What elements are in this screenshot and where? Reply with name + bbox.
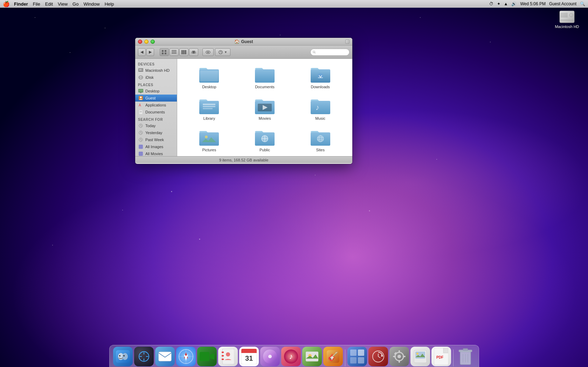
dock-finder[interactable] xyxy=(113,347,133,366)
dock-spaces[interactable] xyxy=(347,347,367,366)
sidebar-today[interactable]: Today xyxy=(135,122,177,129)
dock-garageband[interactable]: 🎸 xyxy=(323,347,343,366)
file-desktop[interactable]: Desktop xyxy=(183,64,236,90)
desktop-folder-icon xyxy=(199,66,219,83)
dock-addressbook-icon xyxy=(218,347,238,366)
dock-itunes[interactable]: ♪ xyxy=(281,347,301,366)
svg-rect-26 xyxy=(139,69,141,71)
dock-timemachine[interactable] xyxy=(368,347,388,366)
music-label: Music xyxy=(315,116,325,120)
sidebar-documents[interactable]: Documents xyxy=(135,109,177,116)
svg-text:A: A xyxy=(139,103,141,107)
macintosh-hd-icon xyxy=(559,11,575,23)
menu-go[interactable]: Go xyxy=(72,1,78,7)
dock-dvd[interactable] xyxy=(260,347,280,366)
sidebar-allmovies[interactable]: All Movies xyxy=(135,150,177,156)
dock-safari[interactable] xyxy=(176,347,196,366)
file-public[interactable]: Public xyxy=(238,127,291,153)
dock-trash[interactable] xyxy=(456,347,475,366)
file-documents[interactable]: Documents xyxy=(238,64,291,90)
volume-icon[interactable]: 🔊 xyxy=(511,1,517,6)
svg-rect-116 xyxy=(358,357,364,363)
dock-addressbook[interactable] xyxy=(218,347,238,366)
menu-help[interactable]: Help xyxy=(105,1,114,7)
sidebar-guest[interactable]: Guest xyxy=(135,95,177,102)
dock-dashboard[interactable] xyxy=(134,347,154,366)
sidebar-yesterday[interactable]: Yesterday xyxy=(135,129,177,136)
wifi-icon[interactable]: ▲ xyxy=(504,1,508,6)
menu-view[interactable]: View xyxy=(58,1,68,7)
dock-separator-2 xyxy=(453,349,454,366)
action-button[interactable]: ▼ xyxy=(215,48,230,56)
search-box[interactable] xyxy=(310,49,350,56)
desktop-macintosh-hd[interactable]: Macintosh HD xyxy=(553,11,581,29)
menu-edit[interactable]: Edit xyxy=(45,1,53,7)
bluetooth-icon[interactable]: ✦ xyxy=(497,1,500,6)
resize-button[interactable] xyxy=(345,40,350,44)
sidebar-macintosh-hd-label: Macintosh HD xyxy=(145,68,170,72)
forward-button[interactable]: ▶ xyxy=(146,48,154,56)
sidebar-applications-label: Applications xyxy=(145,103,166,107)
column-view-button[interactable] xyxy=(179,48,188,56)
minimize-button[interactable] xyxy=(144,40,148,44)
sidebar-idisk-label: iDisk xyxy=(145,75,154,79)
file-sites[interactable]: Sites xyxy=(294,127,347,153)
svg-rect-53 xyxy=(200,71,218,81)
back-button[interactable]: ◀ xyxy=(138,48,146,56)
svg-rect-103 xyxy=(241,351,257,353)
dock-safari-icon xyxy=(176,347,196,366)
dock-mail[interactable] xyxy=(155,347,175,366)
dock-ical[interactable]: 31 xyxy=(239,347,259,366)
dock-facetime[interactable] xyxy=(197,347,217,366)
action-buttons: ▼ xyxy=(202,48,230,56)
file-music[interactable]: ♪ Music xyxy=(294,96,347,122)
menu-finder[interactable]: Finder xyxy=(14,1,28,7)
sites-folder-icon xyxy=(311,129,330,146)
sidebar-desktop[interactable]: Desktop xyxy=(135,88,177,95)
svg-rect-67 xyxy=(199,132,219,146)
close-button[interactable] xyxy=(138,40,142,44)
macintosh-hd-label: Macintosh HD xyxy=(555,25,579,29)
datetime-display[interactable]: Wed 5:06 PM xyxy=(520,1,545,6)
sidebar-pastweek[interactable]: Past Week xyxy=(135,136,177,143)
file-pictures[interactable]: Pictures xyxy=(183,127,236,153)
dock-pdf[interactable]: PDF xyxy=(431,347,451,366)
menubar-right: ⏱ ✦ ▲ 🔊 Wed 5:06 PM Guest Account 🔍 xyxy=(489,1,585,6)
sidebar-guest-label: Guest xyxy=(145,96,155,100)
dock-sysprefs[interactable] xyxy=(389,347,409,366)
library-label: Library xyxy=(203,116,215,120)
dock-iphoto[interactable] xyxy=(302,347,322,366)
menu-window[interactable]: Window xyxy=(83,1,99,7)
sidebar-idisk[interactable]: iDisk xyxy=(135,74,177,81)
file-library[interactable]: Library xyxy=(183,96,236,122)
icon-view-button[interactable] xyxy=(160,48,169,56)
user-account[interactable]: Guest Account xyxy=(549,1,576,6)
spotlight-icon[interactable]: 🔍 xyxy=(580,1,585,6)
downloads-label: Downloads xyxy=(311,85,330,89)
time-machine-icon[interactable]: ⏱ xyxy=(489,1,493,6)
menu-file[interactable]: File xyxy=(33,1,40,7)
eye-button[interactable] xyxy=(202,48,214,56)
svg-rect-17 xyxy=(195,51,196,54)
dock-preview[interactable] xyxy=(410,347,430,366)
downloads-folder-icon xyxy=(311,66,330,83)
guest-sidebar-icon xyxy=(138,95,144,101)
apple-menu[interactable]: 🍎 xyxy=(3,1,10,7)
zoom-button[interactable] xyxy=(151,40,155,44)
file-downloads[interactable]: Downloads xyxy=(294,64,347,90)
svg-rect-1 xyxy=(561,13,568,18)
svg-rect-97 xyxy=(222,352,224,353)
svg-point-35 xyxy=(140,97,142,98)
sidebar-applications[interactable]: A Applications xyxy=(135,102,177,109)
allmovies-icon xyxy=(138,151,144,156)
svg-rect-126 xyxy=(403,356,406,357)
coverflow-view-button[interactable] xyxy=(189,48,198,56)
svg-rect-88 xyxy=(159,352,171,361)
sidebar-allimages[interactable]: All Images xyxy=(135,143,177,150)
svg-rect-113 xyxy=(350,349,357,356)
documents-sidebar-icon xyxy=(138,109,144,115)
search-input[interactable] xyxy=(317,50,347,54)
file-movies[interactable]: Movies xyxy=(238,96,291,122)
list-view-button[interactable] xyxy=(170,48,179,56)
sidebar-macintosh-hd[interactable]: Macintosh HD xyxy=(135,67,177,74)
